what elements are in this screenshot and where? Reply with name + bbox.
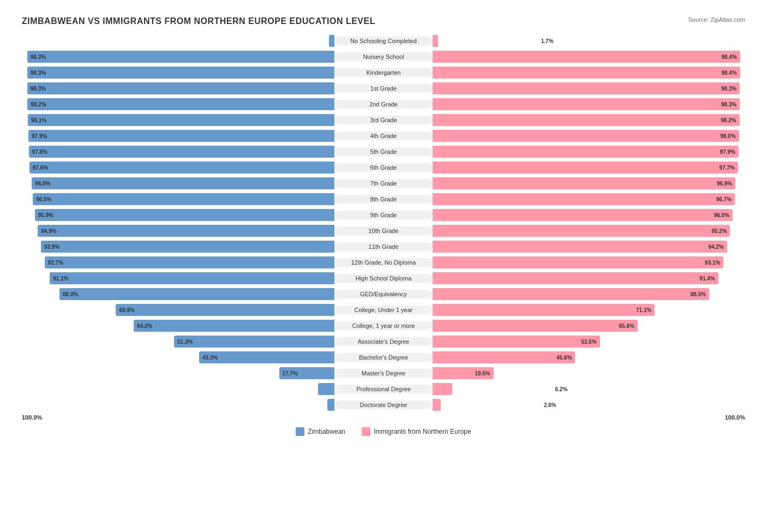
bar-row: 98.3% Nursery School 98.4% [22, 50, 745, 64]
center-label-5: 3rd Grade [334, 116, 433, 124]
bar-pink-14: 93.1% [433, 256, 723, 268]
left-section: 88.0% [22, 288, 334, 300]
bar-blue-14: 92.7% [45, 256, 334, 268]
left-section: 17.7% [22, 367, 334, 379]
center-label-23: Doctorate Degree [334, 401, 433, 409]
right-val-inner: 98.0% [720, 133, 735, 139]
right-section: 95.2% [433, 225, 745, 237]
bar-blue-13: 93.9% [41, 241, 334, 253]
bar-blue-6: 97.9% [28, 130, 334, 142]
left-section: 64.2% [22, 320, 334, 332]
bar-blue-19: 51.3% [174, 336, 334, 348]
bar-blue-5: 98.1% [28, 114, 334, 126]
chart-area: 1.7% No Schooling Completed 1.7% 98.3% [22, 34, 745, 412]
right-section: 97.7% [433, 162, 745, 174]
bar-pink-10: 96.7% [433, 193, 735, 205]
left-section: 43.3% [22, 351, 334, 363]
right-val-inner: 98.2% [721, 117, 736, 123]
bar-pink-11: 96.0% [433, 209, 733, 221]
left-section: 98.3% [22, 51, 334, 63]
right-val-inner: 45.6% [556, 355, 572, 361]
left-section: 95.9% [22, 209, 334, 221]
right-section: 98.0% [433, 130, 745, 142]
right-section: 1.7% [433, 35, 745, 47]
right-section: 6.2% [433, 383, 745, 395]
left-val-inner: 69.9% [119, 307, 134, 313]
right-section: 91.4% [433, 272, 745, 284]
right-val-inner: 96.7% [716, 196, 732, 202]
center-label-9: 7th Grade [334, 179, 433, 188]
bar-blue-0 [329, 35, 334, 47]
bar-row: 96.8% 7th Grade 96.9% [22, 176, 745, 190]
center-label-15: High School Diploma [334, 274, 433, 283]
bar-pink-3: 98.3% [433, 82, 740, 94]
left-val-inner: 91.1% [53, 276, 68, 282]
chart-title: ZIMBABWEAN VS IMMIGRANTS FROM NORTHERN E… [22, 16, 745, 26]
bar-row: 64.2% College, 1 year or more 65.6% [22, 319, 745, 333]
bar-row: 1.7% No Schooling Completed 1.7% [22, 34, 745, 48]
right-section: 2.6% [433, 399, 745, 411]
left-section: 96.5% [22, 193, 334, 205]
left-val-inner: 97.6% [33, 165, 48, 171]
right-val-inner: 98.4% [721, 70, 736, 76]
bar-pink-19: 53.5% [433, 336, 600, 348]
bar-blue-20: 43.3% [199, 351, 334, 363]
bar-row: 95.9% 9th Grade 96.0% [22, 208, 745, 222]
bar-pink-16: 88.5% [433, 288, 709, 300]
right-val-inner: 65.6% [619, 323, 634, 329]
right-val-outer: 2.6% [544, 402, 556, 408]
bar-row: 69.9% College, Under 1 year 71.1% [22, 303, 745, 317]
right-val-inner: 98.3% [721, 86, 736, 92]
left-val-inner: 51.3% [177, 339, 193, 345]
right-section: 98.2% [433, 114, 745, 126]
legend-pink-color [362, 427, 370, 436]
right-section: 98.3% [433, 82, 745, 94]
bar-blue-15: 91.1% [50, 272, 334, 284]
left-val-inner: 98.3% [31, 70, 46, 76]
left-section: 96.8% [22, 177, 334, 189]
bar-row: 88.0% GED/Equivalency 88.5% [22, 287, 745, 301]
right-val-inner: 93.1% [705, 260, 720, 266]
right-section: 71.1% [433, 304, 745, 316]
bar-blue-9: 96.8% [32, 177, 334, 189]
left-section: 51.3% [22, 336, 334, 348]
right-val-outer: 1.7% [541, 38, 554, 44]
center-label-18: College, 1 year or more [334, 321, 433, 330]
left-section: 93.9% [22, 241, 334, 253]
right-section: 94.2% [433, 241, 745, 253]
bar-pink-20: 45.6% [433, 351, 575, 363]
left-val-inner: 97.8% [32, 149, 47, 155]
bar-pink-12: 95.2% [433, 225, 730, 237]
bar-pink-1: 98.4% [433, 51, 740, 63]
right-section: 97.9% [433, 146, 745, 158]
center-label-7: 5th Grade [334, 147, 433, 156]
bar-blue-11: 95.9% [35, 209, 335, 221]
bar-pink-7: 97.9% [433, 146, 739, 158]
bar-blue-4: 98.2% [27, 98, 334, 110]
bar-blue-16: 88.0% [59, 288, 334, 300]
bar-blue-2: 98.3% [27, 67, 334, 79]
bar-row: 2.3% Doctorate Degree 2.6% [22, 398, 745, 412]
center-label-21: Master's Degree [334, 369, 433, 378]
left-section: 2.3% [22, 399, 334, 411]
source-text: Source: ZipAtlas.com [688, 16, 745, 23]
right-section: 98.3% [433, 98, 745, 110]
bar-pink-2: 98.4% [433, 67, 740, 79]
left-section: 98.1% [22, 114, 334, 126]
right-val-inner: 95.2% [711, 228, 727, 234]
bottom-left-label: 100.0% [22, 414, 42, 421]
bar-blue-10: 96.5% [33, 193, 334, 205]
center-label-14: 12th Grade, No Diploma [334, 258, 433, 267]
bar-pink-13: 94.2% [433, 241, 727, 253]
bar-blue-17: 69.9% [116, 304, 334, 316]
left-val-inner: 64.2% [137, 323, 152, 329]
bar-row: 98.3% Kindergarten 98.4% [22, 65, 745, 80]
right-val-inner: 71.1% [636, 307, 651, 313]
left-section: 1.7% [22, 35, 334, 47]
right-val-inner: 96.9% [717, 181, 732, 187]
center-label-4: 2nd Grade [334, 100, 433, 109]
center-label-3: 1st Grade [334, 84, 433, 93]
left-section: 97.6% [22, 162, 334, 174]
bar-row: 17.7% Master's Degree 19.5% [22, 366, 745, 380]
bar-pink-23 [433, 399, 441, 411]
